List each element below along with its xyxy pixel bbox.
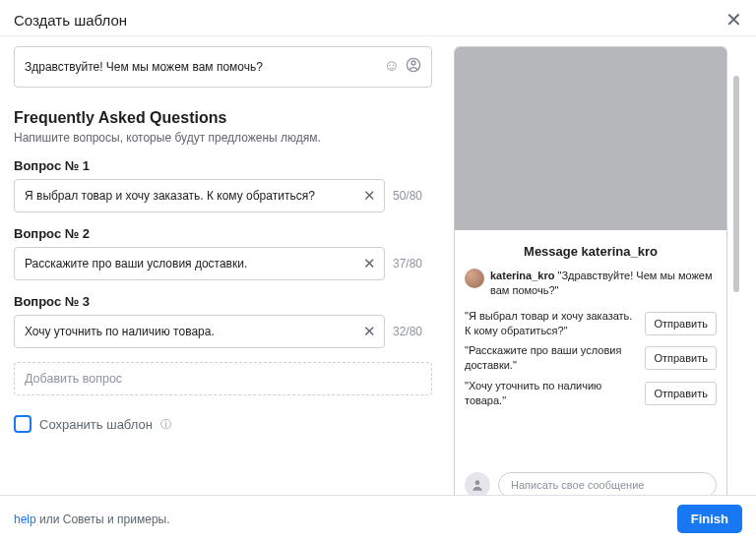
greeting-icons: ☺ bbox=[384, 57, 421, 77]
question-label: Вопрос № 1 bbox=[14, 158, 432, 173]
question-text: Хочу уточнить по наличию товара. bbox=[25, 325, 363, 338]
chat-greeting-text: katerina_kro "Здравствуйте! Чем мы можем… bbox=[490, 269, 717, 298]
chat-question: "Хочу уточнить по наличию товара." bbox=[465, 379, 639, 408]
char-count: 32/80 bbox=[393, 325, 432, 338]
faq-heading: Frequently Asked Questions bbox=[14, 109, 432, 127]
question-input[interactable]: Расскажите про ваши условия доставки. ✕ bbox=[14, 247, 385, 280]
preview-cover bbox=[455, 47, 726, 230]
chat-title: Message katerina_kro bbox=[465, 244, 717, 259]
clear-icon[interactable]: ✕ bbox=[363, 255, 376, 272]
chat-input-placeholder: Написать свое сообщение bbox=[511, 479, 644, 491]
clear-icon[interactable]: ✕ bbox=[363, 187, 376, 205]
faq-subtitle: Напишите вопросы, которые будут предложе… bbox=[14, 131, 432, 145]
add-question-button[interactable]: Добавить вопрос bbox=[14, 362, 432, 395]
create-template-modal: Создать шаблон ✕ Здравствуйте! Чем мы мо… bbox=[0, 0, 756, 542]
add-question-label: Добавить вопрос bbox=[25, 372, 122, 386]
question-label: Вопрос № 3 bbox=[14, 294, 432, 309]
finish-button[interactable]: Finish bbox=[677, 505, 742, 533]
chat-question: "Расскажите про ваши условия доставки." bbox=[465, 343, 639, 373]
question-text: Я выбрал товар и хочу заказать. К кому о… bbox=[25, 189, 363, 203]
question-text: Расскажите про ваши условия доставки. bbox=[25, 257, 363, 271]
greeting-text: Здравствуйте! Чем мы можем вам помочь? bbox=[25, 60, 384, 74]
question-row: Расскажите про ваши условия доставки. ✕ … bbox=[14, 247, 432, 280]
question-input[interactable]: Хочу уточнить по наличию товара. ✕ bbox=[14, 315, 385, 348]
greeting-input[interactable]: Здравствуйте! Чем мы можем вам помочь? ☺ bbox=[14, 46, 432, 88]
modal-body: Здравствуйте! Чем мы можем вам помочь? ☺… bbox=[0, 36, 756, 495]
send-button[interactable]: Отправить bbox=[645, 312, 717, 335]
save-template-row: Сохранить шаблон ⓘ bbox=[14, 415, 432, 433]
modal-header: Создать шаблон ✕ bbox=[0, 0, 756, 36]
save-label: Сохранить шаблон bbox=[39, 417, 153, 432]
chat-question-row: "Я выбрал товар и хочу заказать. К кому … bbox=[465, 309, 717, 338]
scrollbar[interactable] bbox=[733, 76, 739, 292]
emoji-icon[interactable]: ☺ bbox=[384, 57, 400, 77]
footer-help: help или Советы и примеры. bbox=[14, 512, 170, 526]
chat-username-bold: katerina_kro bbox=[490, 270, 554, 281]
send-button[interactable]: Отправить bbox=[645, 382, 717, 405]
info-icon[interactable]: ⓘ bbox=[160, 417, 171, 432]
send-button[interactable]: Отправить bbox=[645, 346, 717, 370]
question-row: Я выбрал товар и хочу заказать. К кому о… bbox=[14, 179, 432, 212]
close-icon[interactable]: ✕ bbox=[725, 10, 742, 30]
chat-question-row: "Расскажите про ваши условия доставки." … bbox=[465, 343, 717, 373]
char-count: 50/80 bbox=[393, 189, 432, 203]
question-input[interactable]: Я выбрал товар и хочу заказать. К кому о… bbox=[14, 179, 385, 212]
chat-username: katerina_kro bbox=[582, 244, 658, 259]
avatar bbox=[465, 269, 484, 288]
chat-question: "Я выбрал товар и хочу заказать. К кому … bbox=[465, 309, 639, 338]
svg-point-2 bbox=[475, 480, 480, 485]
msg-prefix: Message bbox=[524, 244, 578, 259]
phone-preview: Message katerina_kro katerina_kro "Здрав… bbox=[454, 46, 727, 495]
chat-greeting-row: katerina_kro "Здравствуйте! Чем мы можем… bbox=[465, 269, 717, 298]
right-panel: Message katerina_kro katerina_kro "Здрав… bbox=[448, 36, 741, 495]
save-checkbox[interactable] bbox=[14, 415, 32, 433]
chat-area: Message katerina_kro katerina_kro "Здрав… bbox=[455, 230, 726, 495]
question-row: Хочу уточнить по наличию товара. ✕ 32/80 bbox=[14, 315, 432, 348]
clear-icon[interactable]: ✕ bbox=[363, 323, 376, 340]
chat-question-row: "Хочу уточнить по наличию товара." Отпра… bbox=[465, 379, 717, 408]
svg-point-1 bbox=[411, 61, 415, 65]
char-count: 37/80 bbox=[393, 257, 432, 271]
chat-input-row: Написать свое сообщение bbox=[465, 464, 717, 495]
modal-footer: help или Советы и примеры. Finish bbox=[0, 495, 756, 542]
question-label: Вопрос № 2 bbox=[14, 226, 432, 241]
help-link[interactable]: help bbox=[14, 512, 36, 526]
left-panel: Здравствуйте! Чем мы можем вам помочь? ☺… bbox=[0, 36, 448, 495]
user-icon bbox=[465, 472, 490, 495]
footer-rest: или Советы и примеры. bbox=[36, 512, 170, 526]
person-icon[interactable] bbox=[406, 57, 421, 77]
modal-title: Создать шаблон bbox=[14, 12, 127, 29]
chat-input[interactable]: Написать свое сообщение bbox=[498, 472, 717, 495]
